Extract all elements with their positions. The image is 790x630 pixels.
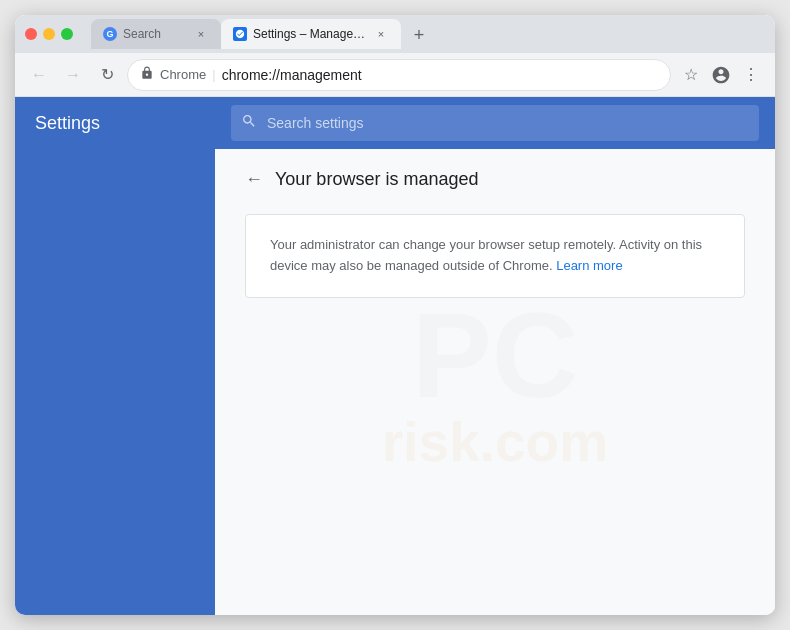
settings-sidebar-title: Settings: [15, 97, 215, 150]
management-description: Your administrator can change your brows…: [270, 235, 720, 277]
tabs-bar: G Search × Settings – Management × +: [91, 19, 765, 49]
browser-window: G Search × Settings – Management × + ← →…: [15, 15, 775, 615]
search-tab-title: Search: [123, 27, 187, 41]
watermark-pc-text: PC: [412, 295, 579, 415]
management-header: ← Your browser is managed: [245, 169, 745, 190]
management-tab-title: Settings – Management: [253, 27, 367, 41]
watermark: PC risk.com: [382, 295, 608, 470]
bookmark-button[interactable]: ☆: [677, 61, 705, 89]
close-window-button[interactable]: [25, 28, 37, 40]
management-info-box: Your administrator can change your brows…: [245, 214, 745, 298]
menu-button[interactable]: ⋮: [737, 61, 765, 89]
search-tab-favicon: G: [103, 27, 117, 41]
back-button[interactable]: ←: [25, 61, 53, 89]
settings-search-bar: [215, 97, 775, 149]
url-text: chrome://management: [222, 67, 658, 83]
title-bar: G Search × Settings – Management × +: [15, 15, 775, 53]
address-separator: |: [212, 67, 215, 82]
settings-page: Settings PC risk.com: [15, 97, 775, 615]
maximize-window-button[interactable]: [61, 28, 73, 40]
nav-actions: ☆ ⋮: [677, 61, 765, 89]
management-description-text: Your administrator can change your brows…: [270, 237, 702, 273]
management-page-title: Your browser is managed: [275, 169, 478, 190]
back-arrow-button[interactable]: ←: [245, 169, 263, 190]
search-settings-input[interactable]: [231, 105, 759, 141]
search-tab[interactable]: G Search ×: [91, 19, 221, 49]
chrome-label: Chrome: [160, 67, 206, 82]
learn-more-link[interactable]: Learn more: [556, 258, 622, 273]
watermark-risk-text: risk.com: [382, 415, 608, 470]
settings-tab-favicon: [233, 27, 247, 41]
minimize-window-button[interactable]: [43, 28, 55, 40]
address-bar[interactable]: Chrome | chrome://management: [127, 59, 671, 91]
management-tab[interactable]: Settings – Management ×: [221, 19, 401, 49]
nav-bar: ← → ↻ Chrome | chrome://management ☆ ⋮: [15, 53, 775, 97]
traffic-lights: [25, 28, 73, 40]
new-tab-button[interactable]: +: [405, 21, 433, 49]
search-tab-close-button[interactable]: ×: [193, 26, 209, 42]
forward-button[interactable]: →: [59, 61, 87, 89]
reload-button[interactable]: ↻: [93, 61, 121, 89]
settings-main: PC risk.com ← Your browser is managed Yo…: [215, 97, 775, 615]
management-content: PC risk.com ← Your browser is managed Yo…: [215, 149, 775, 615]
settings-search-wrapper: [231, 105, 759, 141]
account-button[interactable]: [707, 61, 735, 89]
lock-icon: [140, 66, 154, 83]
settings-sidebar: Settings: [15, 97, 215, 615]
management-tab-close-button[interactable]: ×: [373, 26, 389, 42]
